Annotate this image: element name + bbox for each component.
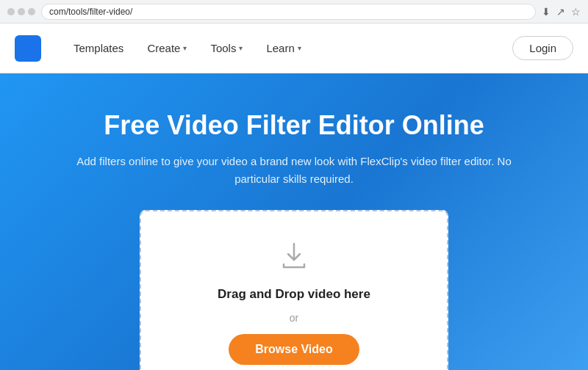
nav-learn[interactable]: Learn ▾ <box>256 36 311 60</box>
login-button[interactable]: Login <box>512 36 573 60</box>
logo[interactable] <box>15 35 41 62</box>
browser-dot-3 <box>28 8 35 15</box>
nav-tools[interactable]: Tools ▾ <box>200 36 253 60</box>
learn-label: Learn <box>266 42 294 54</box>
browser-dot-2 <box>18 8 25 15</box>
templates-label: Templates <box>74 42 123 54</box>
browser-chrome: com/tools/filter-video/ ⬇ ↗ ☆ <box>0 0 588 23</box>
download-arrow-icon <box>279 241 309 270</box>
nav-create[interactable]: Create ▾ <box>137 36 197 60</box>
tools-chevron-icon: ▾ <box>239 44 243 52</box>
url-text: com/tools/filter-video/ <box>49 7 132 17</box>
hero-section: Free Video Filter Editor Online Add filt… <box>0 73 588 370</box>
or-text: or <box>290 312 298 324</box>
create-label: Create <box>147 42 180 54</box>
nav-right: Login <box>512 36 573 60</box>
browse-video-button[interactable]: Browse Video <box>229 334 359 365</box>
nav-templates[interactable]: Templates <box>63 36 134 60</box>
download-icon[interactable]: ⬇ <box>542 6 551 18</box>
bookmark-icon[interactable]: ☆ <box>571 6 581 18</box>
browser-dot-1 <box>7 8 15 15</box>
learn-chevron-icon: ▾ <box>298 44 301 52</box>
browser-action-icons: ⬇ ↗ ☆ <box>542 6 581 18</box>
navbar: Templates Create ▾ Tools ▾ Learn ▾ Login <box>0 23 588 73</box>
logo-box <box>15 35 41 62</box>
hero-subtitle: Add filters online to give your video a … <box>59 153 529 188</box>
url-bar[interactable]: com/tools/filter-video/ <box>41 4 536 20</box>
tools-label: Tools <box>210 42 236 54</box>
upload-area[interactable]: Drag and Drop video here or Browse Video <box>140 210 448 370</box>
share-icon[interactable]: ↗ <box>556 6 565 18</box>
browser-dots <box>7 8 35 15</box>
nav-left: Templates Create ▾ Tools ▾ Learn ▾ <box>15 35 312 62</box>
hero-title: Free Video Filter Editor Online <box>104 110 484 141</box>
upload-icon <box>279 241 309 277</box>
drag-drop-text: Drag and Drop video here <box>218 287 370 302</box>
create-chevron-icon: ▾ <box>183 44 187 52</box>
nav-links: Templates Create ▾ Tools ▾ Learn ▾ <box>63 36 312 60</box>
